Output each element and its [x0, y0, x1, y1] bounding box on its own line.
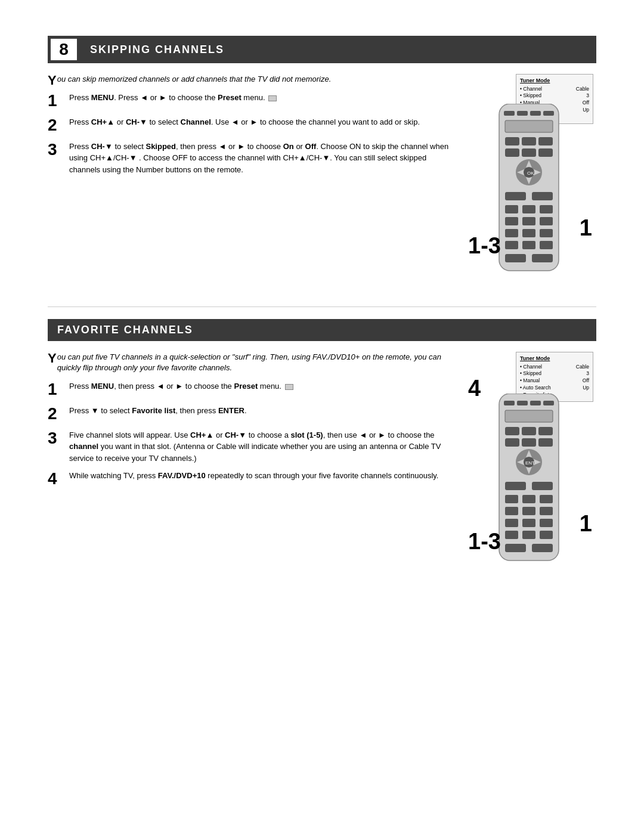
- svg-rect-5: [505, 120, 553, 132]
- fav-step-2: 2 Press ▼ to select Favorite list, then …: [48, 405, 453, 423]
- fav-intro: You can put five TV channels in a quick-…: [48, 352, 453, 373]
- fav-step-num-4: 4: [48, 470, 64, 488]
- svg-text:OK: OK: [527, 171, 534, 176]
- svg-rect-64: [540, 519, 553, 527]
- svg-rect-60: [522, 507, 535, 515]
- drop-cap-y2: Y: [48, 352, 57, 365]
- step-text-1: Press MENU. Press ◄ or ► to choose the P…: [69, 92, 453, 104]
- fav-screen-row-0: • ChannelCable: [520, 364, 589, 371]
- svg-rect-9: [505, 148, 519, 157]
- fav-screen-title: Tuner Mode: [520, 355, 589, 363]
- svg-rect-31: [522, 241, 535, 249]
- fav-step-num-2: 2: [48, 405, 64, 423]
- section-header-fav: Favorite Channels: [48, 319, 596, 341]
- svg-rect-66: [522, 531, 535, 539]
- fav-screen-row-3: • Auto SearchUp: [520, 385, 589, 392]
- fav-remote-col: Tuner Mode • ChannelCable • Skipped3 • M…: [465, 352, 596, 578]
- fav-screen-row-2: • ManualOff: [520, 377, 589, 385]
- section-header-skip: 8 Skipping Channels: [48, 36, 596, 63]
- favorite-channels-section: Favorite Channels You can put five TV ch…: [48, 319, 596, 578]
- skip-step-overlay-1: 1: [580, 215, 592, 241]
- fav-step-text-4: While watching TV, press FAV./DVD+10 rep…: [69, 470, 453, 482]
- fav-steps: 1 Press MENU, then press ◄ or ► to choos…: [48, 380, 453, 488]
- svg-rect-23: [540, 205, 553, 213]
- svg-rect-4: [543, 111, 554, 116]
- svg-rect-27: [505, 229, 518, 237]
- skip-remote-area: Tuner Mode • ChannelCable • Skipped3 • M…: [468, 74, 593, 289]
- svg-rect-59: [505, 507, 518, 515]
- svg-rect-39: [543, 401, 554, 405]
- svg-rect-38: [530, 401, 541, 405]
- svg-text:ENT: ENT: [525, 460, 535, 466]
- svg-rect-20: [532, 192, 553, 200]
- skip-step-2: 2 Press CH+▲ or CH-▼ to select Channel. …: [48, 116, 453, 135]
- section-number: 8: [49, 38, 78, 61]
- skip-content-area: You can skip memorized channels or add c…: [48, 74, 596, 289]
- svg-rect-26: [540, 217, 553, 225]
- svg-rect-41: [505, 427, 519, 435]
- fav-step-num-1: 1: [48, 380, 64, 399]
- svg-rect-29: [540, 229, 553, 237]
- svg-rect-10: [522, 148, 536, 157]
- fav-step-overlay-13: 1-3: [468, 529, 501, 555]
- svg-rect-61: [540, 507, 553, 515]
- svg-rect-19: [505, 192, 526, 200]
- svg-rect-56: [505, 495, 518, 503]
- fav-step-overlay-4: 4: [468, 376, 481, 401]
- step-text-3: Press CH-▼ to select Skipped, then press…: [69, 141, 453, 176]
- fav-screen-row-1: • Skipped3: [520, 370, 589, 377]
- step-num-1: 1: [48, 92, 64, 110]
- svg-rect-42: [522, 427, 536, 435]
- fav-step-3: 3 Five channel slots will appear. Use CH…: [48, 429, 453, 465]
- svg-rect-8: [538, 137, 553, 145]
- skip-screen-row-1: • Skipped3: [520, 92, 589, 100]
- svg-rect-32: [540, 241, 553, 249]
- skip-step-1: 1 Press MENU. Press ◄ or ► to choose the…: [48, 92, 453, 110]
- fav-step-text-3: Five channel slots will appear. Use CH+▲…: [69, 429, 453, 465]
- fav-remote-area: Tuner Mode • ChannelCable • Skipped3 • M…: [468, 352, 593, 578]
- fav-content-area: You can put five TV channels in a quick-…: [48, 352, 596, 578]
- svg-rect-37: [517, 401, 528, 405]
- svg-rect-34: [532, 254, 553, 262]
- svg-rect-28: [522, 229, 535, 237]
- svg-rect-46: [538, 438, 553, 447]
- svg-rect-68: [505, 544, 526, 552]
- svg-rect-40: [505, 410, 553, 422]
- svg-rect-7: [522, 137, 536, 145]
- svg-rect-54: [505, 482, 526, 490]
- svg-rect-69: [532, 544, 553, 552]
- step-num-3: 3: [48, 141, 64, 159]
- section-title-fav: Favorite Channels: [48, 319, 205, 341]
- step-text-2: Press CH+▲ or CH-▼ to select Channel. Us…: [69, 116, 453, 128]
- svg-rect-24: [505, 217, 518, 225]
- skip-intro: You can skip memorized channels or add c…: [48, 74, 453, 85]
- skip-remote-svg: OK: [493, 104, 565, 277]
- svg-rect-33: [505, 254, 526, 262]
- svg-rect-63: [522, 519, 535, 527]
- fav-step-overlay-1: 1: [580, 511, 592, 537]
- svg-rect-43: [538, 427, 553, 435]
- svg-rect-67: [540, 531, 553, 539]
- section-title-skip: Skipping Channels: [78, 39, 236, 61]
- svg-rect-22: [522, 205, 535, 213]
- drop-cap-y: Y: [48, 74, 57, 87]
- svg-rect-45: [522, 438, 536, 447]
- skipping-channels-section: 8 Skipping Channels You can skip memoriz…: [48, 36, 596, 289]
- skip-text-col: You can skip memorized channels or add c…: [48, 74, 453, 289]
- skip-steps: 1 Press MENU. Press ◄ or ► to choose the…: [48, 92, 453, 175]
- svg-rect-36: [504, 401, 515, 405]
- step-num-2: 2: [48, 116, 64, 135]
- section-divider: [48, 306, 596, 307]
- fav-text-col: You can put five TV channels in a quick-…: [48, 352, 453, 578]
- svg-rect-62: [505, 519, 518, 527]
- skip-screen-title: Tuner Mode: [520, 77, 589, 85]
- svg-rect-6: [505, 137, 519, 145]
- svg-rect-11: [538, 148, 553, 157]
- svg-rect-2: [517, 111, 528, 116]
- skip-remote-col: Tuner Mode • ChannelCable • Skipped3 • M…: [465, 74, 596, 289]
- svg-rect-30: [505, 241, 518, 249]
- fav-step-num-3: 3: [48, 429, 64, 448]
- svg-rect-57: [522, 495, 535, 503]
- skip-step-overlay-13: 1-3: [468, 234, 501, 259]
- fav-step-text-1: Press MENU, then press ◄ or ► to choose …: [69, 380, 453, 392]
